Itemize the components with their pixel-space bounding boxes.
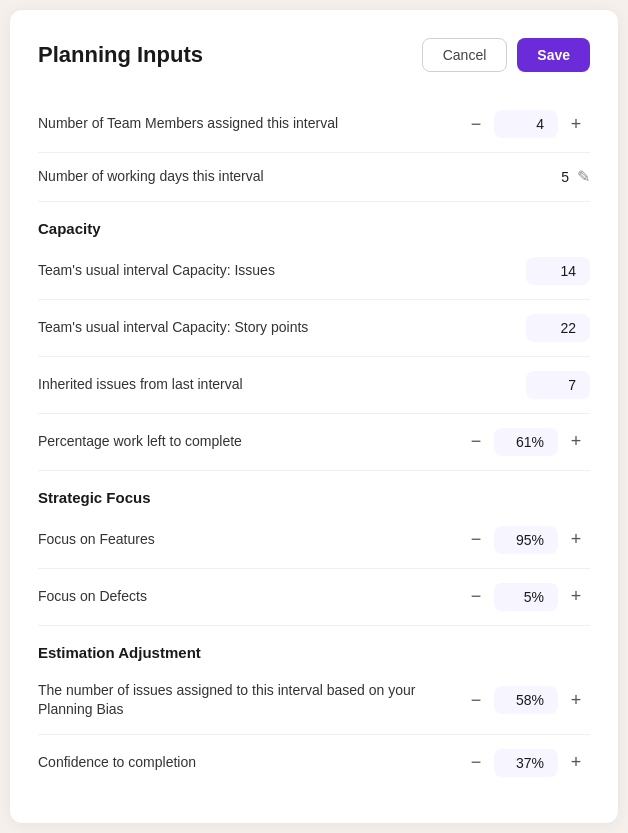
focus-defects-row: Focus on Defects − 5% + bbox=[38, 569, 590, 626]
capacity-story-value: 22 bbox=[526, 314, 590, 342]
inherited-issues-label: Inherited issues from last interval bbox=[38, 375, 526, 395]
focus-features-label: Focus on Features bbox=[38, 530, 462, 550]
focus-features-increment[interactable]: + bbox=[562, 526, 590, 554]
focus-defects-value: 5% bbox=[494, 583, 558, 611]
team-members-value: 4 bbox=[494, 110, 558, 138]
pct-work-label: Percentage work left to complete bbox=[38, 432, 462, 452]
header-buttons: Cancel Save bbox=[422, 38, 590, 72]
focus-features-stepper: − 95% + bbox=[462, 526, 590, 554]
team-members-increment[interactable]: + bbox=[562, 110, 590, 138]
confidence-label: Confidence to completion bbox=[38, 753, 462, 773]
pct-work-row: Percentage work left to complete − 61% + bbox=[38, 414, 590, 471]
planning-bias-increment[interactable]: + bbox=[562, 686, 590, 714]
header: Planning Inputs Cancel Save bbox=[38, 38, 590, 72]
focus-defects-decrement[interactable]: − bbox=[462, 583, 490, 611]
focus-features-decrement[interactable]: − bbox=[462, 526, 490, 554]
confidence-increment[interactable]: + bbox=[562, 749, 590, 777]
pct-work-increment[interactable]: + bbox=[562, 428, 590, 456]
focus-defects-stepper: − 5% + bbox=[462, 583, 590, 611]
working-days-row: Number of working days this interval 5 ✎ bbox=[38, 153, 590, 202]
pct-work-decrement[interactable]: − bbox=[462, 428, 490, 456]
capacity-heading: Capacity bbox=[38, 202, 590, 243]
focus-defects-increment[interactable]: + bbox=[562, 583, 590, 611]
capacity-story-label: Team's usual interval Capacity: Story po… bbox=[38, 318, 526, 338]
team-members-label: Number of Team Members assigned this int… bbox=[38, 114, 462, 134]
planning-bias-label: The number of issues assigned to this in… bbox=[38, 681, 462, 720]
planning-bias-decrement[interactable]: − bbox=[462, 686, 490, 714]
save-button[interactable]: Save bbox=[517, 38, 590, 72]
working-days-value: 5 bbox=[537, 169, 569, 185]
working-days-control: 5 ✎ bbox=[537, 167, 590, 186]
capacity-story-row: Team's usual interval Capacity: Story po… bbox=[38, 300, 590, 357]
confidence-decrement[interactable]: − bbox=[462, 749, 490, 777]
capacity-issues-row: Team's usual interval Capacity: Issues 1… bbox=[38, 243, 590, 300]
edit-icon[interactable]: ✎ bbox=[577, 167, 590, 186]
team-members-row: Number of Team Members assigned this int… bbox=[38, 96, 590, 153]
confidence-row: Confidence to completion − 37% + bbox=[38, 735, 590, 791]
team-members-stepper: − 4 + bbox=[462, 110, 590, 138]
focus-features-value: 95% bbox=[494, 526, 558, 554]
strategic-heading: Strategic Focus bbox=[38, 471, 590, 512]
focus-features-row: Focus on Features − 95% + bbox=[38, 512, 590, 569]
confidence-value: 37% bbox=[494, 749, 558, 777]
page-title: Planning Inputs bbox=[38, 42, 203, 68]
planning-bias-row: The number of issues assigned to this in… bbox=[38, 667, 590, 735]
confidence-stepper: − 37% + bbox=[462, 749, 590, 777]
planning-bias-stepper: − 58% + bbox=[462, 686, 590, 714]
inherited-issues-value: 7 bbox=[526, 371, 590, 399]
focus-defects-label: Focus on Defects bbox=[38, 587, 462, 607]
estimation-heading: Estimation Adjustment bbox=[38, 626, 590, 667]
cancel-button[interactable]: Cancel bbox=[422, 38, 508, 72]
capacity-issues-value: 14 bbox=[526, 257, 590, 285]
planning-bias-value: 58% bbox=[494, 686, 558, 714]
capacity-issues-label: Team's usual interval Capacity: Issues bbox=[38, 261, 526, 281]
planning-inputs-card: Planning Inputs Cancel Save Number of Te… bbox=[10, 10, 618, 823]
inherited-issues-row: Inherited issues from last interval 7 bbox=[38, 357, 590, 414]
pct-work-stepper: − 61% + bbox=[462, 428, 590, 456]
team-members-decrement[interactable]: − bbox=[462, 110, 490, 138]
working-days-label: Number of working days this interval bbox=[38, 167, 537, 187]
pct-work-value: 61% bbox=[494, 428, 558, 456]
